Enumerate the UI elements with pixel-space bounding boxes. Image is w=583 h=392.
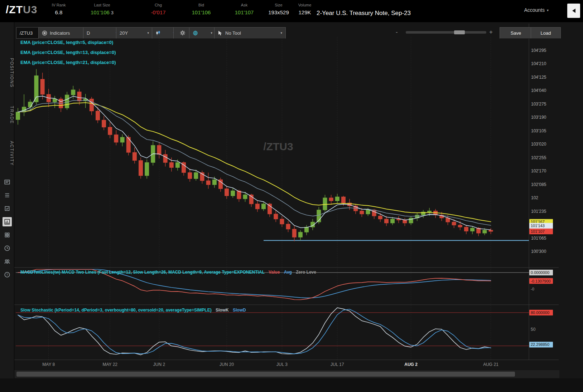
period-dropdown[interactable]: D ▾ bbox=[83, 27, 121, 39]
svg-text:-0: -0 bbox=[531, 287, 534, 291]
svg-text:102'085: 102'085 bbox=[531, 182, 546, 187]
chevron-down-icon: ▾ bbox=[147, 31, 149, 35]
svg-text:-0.1307900: -0.1307900 bbox=[531, 279, 551, 283]
study-label-ema5[interactable]: EMA (price=CLOSE, length=5, displace=0) bbox=[20, 40, 113, 45]
svg-text:101'107: 101'107 bbox=[531, 229, 545, 234]
indicators-button[interactable]: Indicators bbox=[38, 27, 86, 39]
chevron-down-icon: ▾ bbox=[211, 31, 212, 35]
collapse-panel-button[interactable] bbox=[567, 4, 580, 18]
chevron-down-icon: ▾ bbox=[547, 8, 549, 12]
range-dropdown[interactable]: 20Y ▾ bbox=[116, 27, 153, 39]
svg-text:MAY 8: MAY 8 bbox=[42, 362, 55, 367]
news-icon[interactable] bbox=[3, 177, 12, 187]
svg-text:0.0000000: 0.0000000 bbox=[531, 270, 549, 275]
stoch-slowk-legend: SlowK bbox=[216, 308, 229, 313]
svg-text:/ZTU3: /ZTU3 bbox=[263, 141, 293, 152]
cursor-icon bbox=[218, 30, 223, 36]
load-button[interactable]: Load bbox=[531, 27, 561, 39]
help-icon[interactable]: ? bbox=[3, 270, 12, 279]
stat-chg: Chg -0'017 bbox=[140, 3, 176, 15]
svg-text:50: 50 bbox=[531, 327, 536, 332]
zoom-out-button[interactable]: - bbox=[396, 29, 398, 36]
svg-text:102'170: 102'170 bbox=[531, 168, 546, 173]
sidebar-tab-positions[interactable]: POSITIONS bbox=[0, 52, 14, 94]
svg-text:103'020: 103'020 bbox=[531, 142, 546, 147]
people-icon[interactable] bbox=[3, 257, 12, 266]
candlestick-icon bbox=[155, 30, 161, 36]
stat-volume: Volume 129K bbox=[294, 3, 315, 15]
top-header: /ZTU3 IV Rank 6.8 Last Size 101'1063 Chg… bbox=[0, 0, 583, 22]
svg-text:103'275: 103'275 bbox=[531, 102, 546, 107]
macd-zero-legend: Zero Leve bbox=[296, 270, 316, 275]
hscrollbar-thumb[interactable] bbox=[16, 372, 515, 377]
symbol-title: /ZTU3 bbox=[6, 4, 37, 16]
stoch-slowd-legend: SlowD bbox=[233, 308, 246, 313]
svg-text:JUN 2: JUN 2 bbox=[153, 362, 165, 367]
chart-icon[interactable] bbox=[3, 217, 12, 226]
macd-avg-legend: Avg bbox=[284, 270, 292, 275]
stat-iv-rank: IV Rank 6.8 bbox=[42, 3, 75, 15]
clock-icon[interactable] bbox=[3, 244, 12, 253]
sidebar-tab-trade[interactable]: TRADE bbox=[0, 99, 14, 131]
indicators-icon bbox=[42, 30, 47, 36]
left-sidebar: POSITIONS TRADE ACTIVITY ? bbox=[0, 22, 14, 392]
svg-text:?: ? bbox=[6, 273, 8, 276]
svg-text:22.298850: 22.298850 bbox=[531, 342, 549, 347]
svg-text:100'300: 100'300 bbox=[531, 249, 546, 254]
instrument-description: 2-Year U.S. Treasury Note, Sep-23 bbox=[317, 10, 411, 17]
svg-text:103'190: 103'190 bbox=[531, 115, 546, 120]
symbol-prefix: /ZT bbox=[6, 4, 23, 15]
svg-text:104'295: 104'295 bbox=[531, 48, 546, 53]
svg-text:JUN 20: JUN 20 bbox=[220, 362, 234, 367]
svg-text:101'143: 101'143 bbox=[531, 224, 545, 228]
macd-value-legend: Value bbox=[269, 270, 280, 275]
study-label-ema21[interactable]: EMA (price=CLOSE, length=21, displace=0) bbox=[20, 60, 116, 65]
svg-text:104'125: 104'125 bbox=[531, 75, 546, 80]
svg-text:101'065: 101'065 bbox=[531, 236, 546, 241]
zoom-slider-thumb[interactable] bbox=[454, 30, 465, 34]
stat-ask: Ask 101'107 bbox=[226, 3, 262, 15]
chart-canvas[interactable]: /ZTU30.0000000-0.1307900-080.0000005022.… bbox=[14, 22, 559, 392]
stat-size: Size 193x529 bbox=[262, 3, 295, 15]
svg-text:AUG 21: AUG 21 bbox=[483, 362, 498, 367]
svg-text:AUG 2: AUG 2 bbox=[404, 362, 418, 367]
stat-bid: Bid 101'106 bbox=[183, 3, 219, 15]
sidebar-tab-activity[interactable]: ACTIVITY bbox=[0, 134, 14, 173]
chart-hscrollbar[interactable] bbox=[14, 370, 559, 378]
save-button[interactable]: Save bbox=[500, 27, 532, 39]
arrow-left-icon bbox=[572, 9, 575, 13]
active-tool-dropdown[interactable]: No Tool ▾ bbox=[214, 27, 286, 39]
svg-text:103'105: 103'105 bbox=[531, 128, 546, 133]
svg-text:MAY 22: MAY 22 bbox=[102, 362, 117, 367]
bottom-strip bbox=[0, 378, 583, 392]
globe-grid-icon bbox=[193, 30, 198, 36]
study-label-macd[interactable]: MACDTwoLines(tw) MACD Two Lines (Fast Le… bbox=[20, 270, 316, 275]
study-label-stochastic[interactable]: Slow Stochastic (kPeriod=14, dPeriod=3, … bbox=[20, 308, 246, 313]
gear-icon bbox=[180, 30, 186, 36]
svg-text:104'040: 104'040 bbox=[531, 88, 546, 93]
accounts-menu[interactable]: Accounts ▾ bbox=[524, 7, 549, 13]
svg-text:JUL 17: JUL 17 bbox=[331, 362, 344, 367]
svg-text:104'210: 104'210 bbox=[531, 61, 546, 66]
watchlist-icon[interactable] bbox=[3, 191, 12, 200]
svg-text:102'255: 102'255 bbox=[531, 155, 546, 160]
svg-text:102: 102 bbox=[531, 195, 538, 200]
orders-icon[interactable] bbox=[3, 204, 12, 213]
svg-text:JUL 3: JUL 3 bbox=[276, 362, 288, 367]
zoom-in-button[interactable]: + bbox=[489, 29, 493, 36]
drawing-set-dropdown[interactable]: ▾ bbox=[189, 27, 216, 39]
chevron-down-icon: ▾ bbox=[280, 31, 282, 35]
symbol-suffix: U3 bbox=[23, 4, 37, 15]
study-label-ema13[interactable]: EMA (price=CLOSE, length=13, displace=0) bbox=[20, 50, 116, 55]
zoom-slider[interactable] bbox=[406, 31, 486, 34]
svg-text:80.000000: 80.000000 bbox=[531, 310, 549, 315]
stat-last-size: Last Size 101'1063 bbox=[80, 3, 125, 15]
grid-icon[interactable] bbox=[3, 230, 12, 240]
svg-text:101'235: 101'235 bbox=[531, 209, 546, 214]
